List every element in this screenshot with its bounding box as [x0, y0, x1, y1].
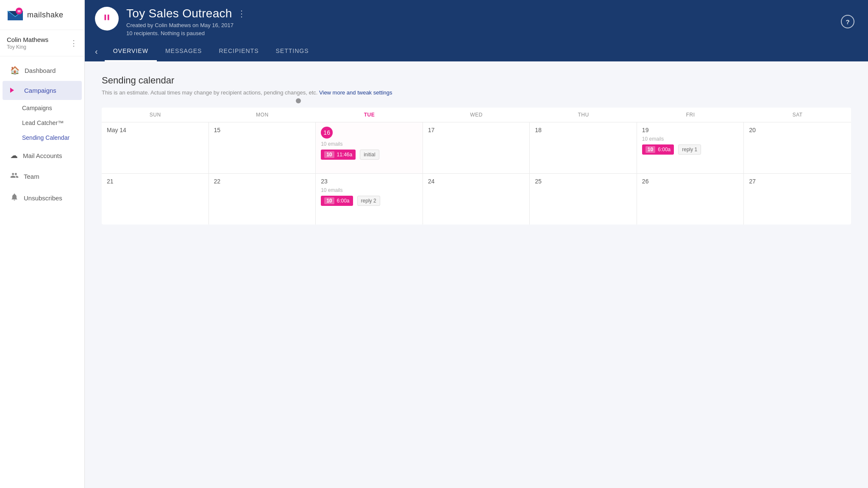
- email-badge-19: 10 6:00a: [642, 144, 674, 155]
- sidebar-item-sending-calendar[interactable]: Sending Calendar: [3, 130, 82, 145]
- sidebar-item-label: Campaigns: [24, 87, 56, 94]
- app-name: mailshake: [27, 11, 64, 19]
- campaigns-arrow-icon: [10, 86, 19, 95]
- day-header-wed: Wed: [423, 108, 530, 122]
- tab-messages[interactable]: MESSAGES: [157, 42, 211, 61]
- tab-recipients[interactable]: RECIPIENTS: [210, 42, 267, 61]
- cal-date-24: 24: [428, 178, 525, 185]
- cal-cell-24: 24: [423, 174, 530, 225]
- cal-cell-18: 18: [530, 122, 637, 173]
- calendar-week-1: May 14 15 16 10 emails 10 11:46a initia: [102, 122, 851, 174]
- sending-calendar: Sun Mon Tue Wed Thu Fri Sat May 14 15: [102, 108, 851, 225]
- cal-emails-count-19: 10 emails: [642, 136, 739, 142]
- content-area: Sending calendar This is an estimate. Ac…: [85, 61, 868, 488]
- user-section: Colin Mathews Toy King ⋮: [0, 30, 84, 56]
- tweak-settings-link[interactable]: View more and tweak settings: [319, 89, 392, 96]
- main-content: Toy Sales Outreach ⋮ Created by Colin Ma…: [85, 0, 868, 488]
- cal-cell-27: 27: [744, 174, 851, 225]
- cal-badge-row-23: 10 6:00a reply 2: [321, 196, 417, 206]
- campaign-menu-button[interactable]: ⋮: [237, 8, 246, 19]
- email-badge-23: 10 6:00a: [321, 196, 353, 206]
- email-label-19: reply 1: [678, 144, 701, 155]
- pause-button[interactable]: [95, 7, 119, 30]
- cal-date-18: 18: [535, 127, 632, 133]
- svg-text:✉: ✉: [17, 9, 21, 14]
- campaign-header: Toy Sales Outreach ⋮ Created by Colin Ma…: [85, 0, 868, 61]
- cal-date-may14: May 14: [107, 127, 203, 133]
- unsubscribes-icon: [10, 193, 19, 203]
- sidebar-item-campaigns[interactable]: Campaigns: [3, 81, 82, 100]
- day-header-fri: Fri: [637, 108, 744, 122]
- campaign-created-by: Created by Colin Mathews on May 16, 2017: [126, 22, 841, 28]
- day-header-thu: Thu: [530, 108, 637, 122]
- cal-badge-row-19: 10 6:00a reply 1: [642, 144, 739, 155]
- mail-accounts-label: Mail Accounts: [23, 152, 62, 159]
- cal-cell-may14: May 14: [102, 122, 209, 173]
- sidebar-item-campaigns-sub[interactable]: Campaigns: [3, 101, 82, 115]
- help-button[interactable]: ?: [841, 15, 854, 28]
- mailshake-logo-icon: ✉: [7, 8, 24, 22]
- day-header-sat: Sat: [744, 108, 851, 122]
- cal-emails-count-16: 10 emails: [321, 141, 417, 147]
- cal-cell-21: 21: [102, 174, 209, 225]
- team-label: Team: [24, 173, 39, 180]
- campaigns-sub-label: Campaigns: [22, 105, 52, 111]
- cal-date-21: 21: [107, 178, 203, 185]
- cal-date-25: 25: [535, 178, 632, 185]
- calendar-week-2: 21 22 23 10 emails 10 6:00a reply 2: [102, 174, 851, 225]
- cal-cell-23: 23 10 emails 10 6:00a reply 2: [316, 174, 423, 225]
- cal-cell-25: 25: [530, 174, 637, 225]
- user-name: Colin Mathews: [7, 36, 48, 43]
- cal-cell-15: 15: [209, 122, 316, 173]
- sidebar-item-label: Dashboard: [25, 67, 56, 74]
- logo-section: ✉ mailshake: [0, 0, 84, 30]
- campaigns-sub-nav: Campaigns Lead Catcher™ Sending Calendar: [0, 101, 84, 145]
- day-header-sun: Sun: [102, 108, 209, 122]
- page-title: Sending calendar: [102, 75, 851, 86]
- user-menu-button[interactable]: ⋮: [70, 39, 78, 48]
- cal-date-17: 17: [428, 127, 525, 133]
- badge-time-23: 6:00a: [337, 198, 350, 204]
- cal-date-20: 20: [749, 127, 846, 133]
- sidebar-item-team[interactable]: Team: [3, 166, 82, 187]
- cal-date-19: 19: [642, 127, 739, 133]
- cal-emails-count-23: 10 emails: [321, 187, 417, 193]
- sidebar: ✉ mailshake Colin Mathews Toy King ⋮ 🏠 D…: [0, 0, 85, 488]
- back-button[interactable]: ‹: [95, 43, 98, 60]
- tab-overview[interactable]: OVERVIEW: [105, 42, 157, 61]
- campaign-recipients-info: 10 recipients. Nothing is paused: [126, 30, 841, 36]
- cal-cell-26: 26: [637, 174, 744, 225]
- pause-icon: [102, 13, 111, 25]
- sidebar-item-lead-catcher[interactable]: Lead Catcher™: [3, 116, 82, 130]
- cal-badge-row-16: 10 11:46a initial: [321, 150, 417, 160]
- team-icon: [10, 171, 19, 182]
- email-badge-16: 10 11:46a: [321, 150, 356, 160]
- cal-date-26: 26: [642, 178, 739, 185]
- tabs-bar: ‹ OVERVIEW MESSAGES RECIPIENTS SETTINGS: [95, 42, 854, 61]
- sidebar-item-unsubscribes[interactable]: Unsubscribes: [3, 188, 82, 208]
- email-label-23: reply 2: [357, 196, 380, 206]
- email-label-16: initial: [360, 150, 379, 160]
- lead-catcher-label: Lead Catcher™: [22, 119, 64, 126]
- cal-date-27: 27: [749, 178, 846, 185]
- sidebar-item-dashboard[interactable]: 🏠 Dashboard: [3, 61, 82, 80]
- tab-settings[interactable]: SETTINGS: [267, 42, 317, 61]
- badge-num-23: 10: [324, 197, 334, 204]
- cal-cell-16: 16 10 emails 10 11:46a initial: [316, 122, 423, 173]
- sidebar-item-mail-accounts[interactable]: ☁ Mail Accounts: [3, 146, 82, 165]
- user-org: Toy King: [7, 44, 48, 50]
- sending-calendar-label: Sending Calendar: [22, 134, 70, 141]
- cal-cell-19: 19 10 emails 10 6:00a reply 1: [637, 122, 744, 173]
- badge-time-19: 6:00a: [658, 147, 670, 152]
- mail-accounts-icon: ☁: [10, 151, 18, 160]
- nav-menu: 🏠 Dashboard Campaigns Campaigns Lead Cat…: [0, 56, 84, 488]
- dashboard-icon: 🏠: [10, 66, 19, 75]
- cal-date-22: 22: [214, 178, 311, 185]
- calendar-header: Sun Mon Tue Wed Thu Fri Sat: [102, 108, 851, 122]
- badge-time-16: 11:46a: [337, 152, 353, 158]
- badge-num-19: 10: [645, 146, 655, 153]
- cal-cell-22: 22: [209, 174, 316, 225]
- cal-date-15: 15: [214, 127, 311, 133]
- cal-cell-20: 20: [744, 122, 851, 173]
- day-header-mon: Mon: [209, 108, 316, 122]
